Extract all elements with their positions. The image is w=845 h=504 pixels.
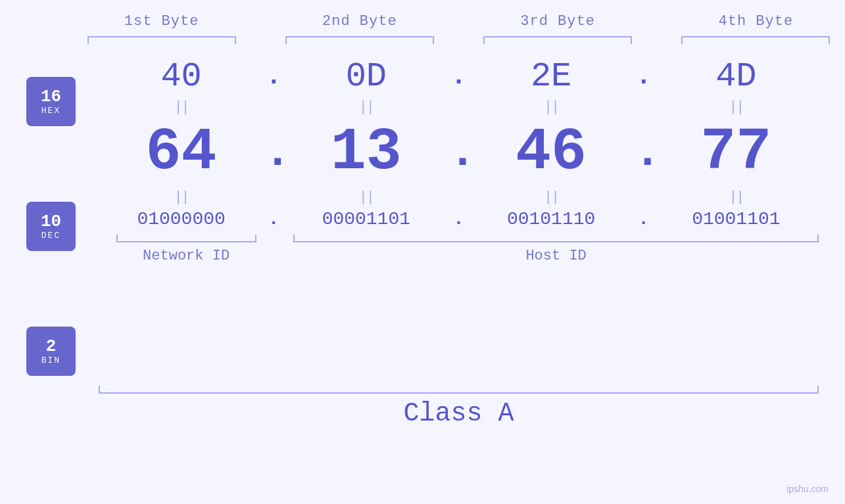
dec-byte-4: 77 <box>654 119 819 186</box>
id-labels-row: Network ID Host ID <box>99 248 819 264</box>
byte-header-1: 1st Byte <box>62 13 260 30</box>
bottom-bracket-row <box>99 235 819 242</box>
dec-byte-1: 64 <box>99 119 264 186</box>
hex-badge: 16 HEX <box>26 77 76 126</box>
bin-byte-4: 01001101 <box>654 209 819 229</box>
bin-byte-1: 01000000 <box>99 209 264 229</box>
equals-row-1: || || || || <box>99 99 819 116</box>
dec-byte-2: 13 <box>283 119 448 186</box>
host-bracket <box>293 235 819 242</box>
bin-dot-1: . <box>264 209 283 229</box>
dec-badge: 10 DEC <box>26 202 76 251</box>
values-grid: 40 . 0D . 2E . 4D || <box>99 57 819 264</box>
hex-byte-1: 40 <box>99 57 264 96</box>
byte-header-4: 4th Byte <box>657 13 845 30</box>
network-bracket <box>116 235 256 242</box>
host-bracket-cell <box>293 235 819 242</box>
network-bracket-cell <box>99 235 274 242</box>
top-bracket-4 <box>657 36 845 44</box>
top-bracket-3 <box>459 36 657 44</box>
bin-byte-3: 00101110 <box>469 209 634 229</box>
bin-byte-2: 00001101 <box>283 209 448 229</box>
byte-header-2: 2nd Byte <box>260 13 458 30</box>
dec-dot-3: . <box>634 127 654 179</box>
equals-1-1: || <box>99 99 264 116</box>
badges-column: 16 HEX 10 DEC 2 BIN <box>26 57 99 376</box>
hex-dot-2: . <box>449 62 469 91</box>
equals-row-2: || || || || <box>99 189 819 206</box>
equals-2-1: || <box>99 189 264 206</box>
dec-byte-3: 46 <box>469 119 634 186</box>
class-bracket <box>99 386 819 394</box>
network-id-label: Network ID <box>99 248 274 264</box>
byte-header-3: 3rd Byte <box>459 13 657 30</box>
top-bracket-row <box>62 36 845 44</box>
bin-row: 01000000 . 00001101 . 00101110 . 0100110… <box>99 209 819 229</box>
class-label: Class A <box>99 399 819 428</box>
equals-2-4: || <box>654 189 819 206</box>
equals-1-3: || <box>469 99 634 116</box>
top-bracket-1 <box>62 36 260 44</box>
dec-row: 64 . 13 . 46 . 77 <box>99 119 819 186</box>
bin-dot-2: . <box>449 209 469 229</box>
main-container: 1st Byte 2nd Byte 3rd Byte 4th Byte 16 H… <box>0 0 845 504</box>
equals-1-2: || <box>283 99 448 116</box>
host-id-label: Host ID <box>293 248 819 264</box>
hex-row: 40 . 0D . 2E . 4D <box>99 57 819 96</box>
top-bracket-2 <box>260 36 458 44</box>
hex-dot-3: . <box>634 62 654 91</box>
bin-badge: 2 BIN <box>26 327 76 376</box>
equals-1-4: || <box>654 99 819 116</box>
hex-dot-1: . <box>264 62 283 91</box>
dec-dot-1: . <box>264 127 283 179</box>
dec-dot-2: . <box>449 127 469 179</box>
byte-headers: 1st Byte 2nd Byte 3rd Byte 4th Byte <box>62 13 845 30</box>
main-content: 16 HEX 10 DEC 2 BIN 40 . <box>26 57 819 376</box>
watermark: ipshu.com <box>786 484 829 494</box>
hex-byte-2: 0D <box>283 57 448 96</box>
equals-2-2: || <box>283 189 448 206</box>
equals-2-3: || <box>469 189 634 206</box>
hex-byte-3: 2E <box>469 57 634 96</box>
bin-dot-3: . <box>634 209 654 229</box>
hex-byte-4: 4D <box>654 57 819 96</box>
class-section: Class A <box>99 386 819 428</box>
